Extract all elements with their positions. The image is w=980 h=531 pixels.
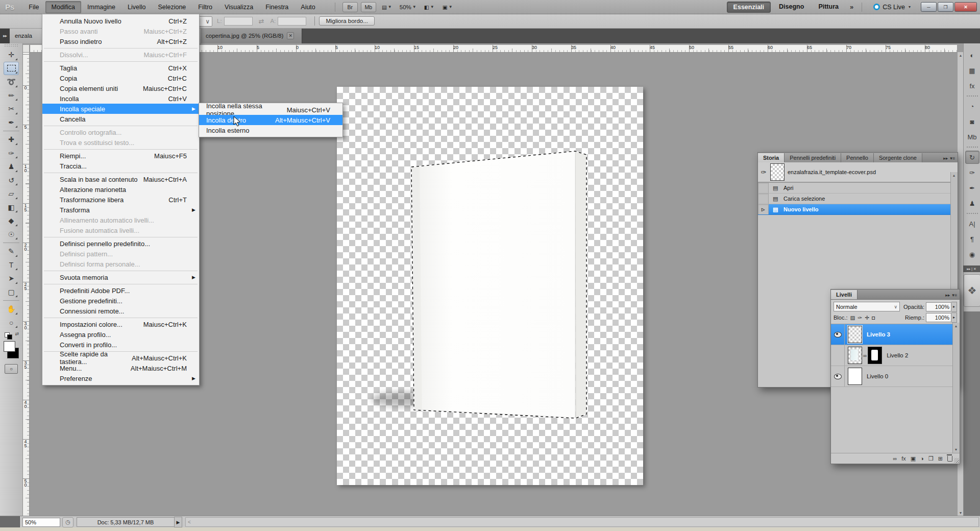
- crop-tool[interactable]: ✂: [4, 102, 19, 116]
- edit-menu-item[interactable]: Impostazioni colore... Maiusc+Ctrl+K ▶: [42, 319, 199, 329]
- blur-tool[interactable]: ◆: [4, 214, 19, 228]
- menu-item[interactable]: Immagine: [81, 1, 121, 13]
- new-group-icon[interactable]: ❒: [928, 455, 934, 462]
- resize-grip[interactable]: [954, 458, 959, 463]
- lasso-tool[interactable]: ➰: [4, 75, 19, 89]
- history-brush-source-icon[interactable]: ✑: [758, 168, 769, 176]
- panel-menu-icon[interactable]: ▾≡: [952, 293, 957, 298]
- workspace-button[interactable]: Essenziali: [727, 2, 771, 13]
- pen-tool[interactable]: ✎: [4, 245, 19, 258]
- swatches-panel-icon[interactable]: ▦: [965, 64, 979, 77]
- lock-paint-icon[interactable]: ✑: [857, 315, 862, 321]
- refine-edge-button[interactable]: Migliora bordo...: [319, 16, 374, 26]
- edit-menu-item[interactable]: Allineamento automatico livelli... ▶: [42, 215, 199, 225]
- brush-tool[interactable]: ✑: [4, 147, 19, 160]
- adjustments-panel-icon[interactable]: ◔: [965, 100, 979, 113]
- submenu-item[interactable]: Incolla nella stessa posizione Maiusc+Ct…: [199, 105, 342, 115]
- status-clock-icon[interactable]: ◷: [62, 517, 74, 527]
- more-workspaces-icon[interactable]: »: [847, 3, 855, 11]
- panel-collapse-icon[interactable]: ▸▸: [945, 293, 950, 298]
- horizontal-scrollbar[interactable]: <: [185, 517, 979, 527]
- clone-source-icon[interactable]: ♟: [965, 197, 979, 210]
- submenu-item[interactable]: Incolla esterno: [199, 125, 342, 135]
- close-button[interactable]: ✕: [954, 2, 977, 12]
- layer-name[interactable]: Livello 2: [887, 352, 908, 358]
- layer-name[interactable]: Livello 0: [867, 373, 888, 379]
- panel-tab[interactable]: Livelli: [831, 290, 857, 299]
- edit-menu-item[interactable]: Copia elementi uniti Maiusc+Ctrl+C ▶: [42, 83, 199, 93]
- panel-tab[interactable]: Pennello: [841, 153, 874, 162]
- edit-menu-item[interactable]: Predefiniti Adobe PDF... ▶: [42, 285, 199, 296]
- blend-mode-dropdown[interactable]: Normale∨: [834, 302, 900, 311]
- edit-menu-item[interactable]: Assegna profilo... ▶: [42, 329, 199, 340]
- fill-field[interactable]: 100%: [926, 313, 951, 322]
- panel-tab[interactable]: Sorgente clone: [874, 153, 922, 162]
- zoom-tool[interactable]: ○: [4, 316, 19, 330]
- workspace-button[interactable]: Disegno: [773, 2, 810, 13]
- lock-position-icon[interactable]: ✛: [865, 315, 869, 321]
- history-snapshot-row[interactable]: ✑ enzalafrazia.it_template-ecover.psd: [758, 162, 958, 183]
- edit-menu-item[interactable]: Alterazione marionetta ▶: [42, 184, 199, 195]
- panel-collapse-icon[interactable]: ▸▸: [943, 156, 948, 161]
- layer-mask-thumbnail[interactable]: [868, 347, 882, 364]
- history-source-well[interactable]: ▷: [758, 194, 769, 204]
- move-tool[interactable]: ✛: [4, 48, 19, 62]
- edit-menu-item[interactable]: Incolla speciale ▶: [42, 104, 199, 114]
- new-layer-icon[interactable]: ⊞: [938, 455, 943, 462]
- masks-panel-icon[interactable]: ◙: [965, 115, 979, 128]
- paragraph-panel-icon[interactable]: ¶: [965, 232, 979, 246]
- edit-menu-item[interactable]: Definisci pattern... ▶: [42, 249, 199, 259]
- brush-presets-icon[interactable]: ✒: [965, 181, 979, 195]
- edit-menu-item[interactable]: Passo indietro Alt+Ctrl+Z ▶: [42, 36, 199, 46]
- eraser-tool[interactable]: ▱: [4, 187, 19, 201]
- layer-style-icon[interactable]: fx: [901, 455, 906, 462]
- view-extras-button[interactable]: ▤▼: [379, 2, 395, 12]
- menu-item[interactable]: Aiuto: [295, 1, 322, 13]
- panel-menu-icon[interactable]: ▾≡: [950, 156, 955, 161]
- edit-menu-item[interactable]: Trasformazione libera Ctrl+T ▶: [42, 195, 199, 205]
- swap-colors-icon[interactable]: ⇄: [15, 331, 19, 336]
- type-tool[interactable]: T: [4, 258, 19, 272]
- restore-button[interactable]: ❐: [938, 2, 953, 12]
- fill-spinner[interactable]: ▸: [951, 312, 957, 323]
- menu-item[interactable]: Selezione: [152, 1, 192, 13]
- visibility-toggle[interactable]: [831, 324, 845, 345]
- rectangular-marquee-tool[interactable]: [4, 62, 19, 76]
- layer-thumbnail[interactable]: [848, 368, 862, 385]
- edit-menu-item[interactable]: Controllo ortografia... ▶: [42, 127, 199, 137]
- history-step[interactable]: ▷ ▤ Nuovo livello: [758, 204, 958, 215]
- history-step[interactable]: ▷ ▤ Apri: [758, 183, 958, 194]
- layer-name[interactable]: Livello 3: [867, 331, 890, 337]
- menu-item[interactable]: Modifica: [45, 1, 82, 13]
- zoom-level-button[interactable]: 50%▼: [398, 2, 419, 12]
- dock-minibar[interactable]: ▸▸ | ✕: [963, 266, 980, 272]
- submenu-item[interactable]: Incolla dentro Alt+Maiusc+Ctrl+V: [199, 115, 342, 125]
- edit-menu-item[interactable]: Taglia Ctrl+X ▶: [42, 63, 199, 73]
- mask-link-icon[interactable]: ∞: [863, 353, 867, 358]
- brush-panel-icon[interactable]: ✑: [965, 166, 979, 179]
- menu-item[interactable]: Finestra: [259, 1, 295, 13]
- visibility-toggle[interactable]: [831, 345, 845, 366]
- tools-drag-handle[interactable]: [4, 44, 18, 47]
- Livello 2[interactable]: ∞ Livello 2: [831, 345, 960, 366]
- edit-menu-item[interactable]: Definisci forma personale... ▶: [42, 259, 199, 269]
- clone-stamp-tool[interactable]: ♟: [4, 160, 19, 174]
- cs-review-icon[interactable]: ◉: [965, 248, 979, 261]
- edit-menu-item[interactable]: Gestione predefiniti... ▶: [42, 296, 199, 306]
- menu-item[interactable]: Visualizza: [218, 1, 259, 13]
- edit-menu-item[interactable]: Trova e sostituisci testo... ▶: [42, 137, 199, 148]
- lock-transparency-icon[interactable]: ▨: [850, 315, 855, 321]
- vertical-ruler[interactable]: 505101520253035404550: [22, 52, 30, 516]
- panel-tab[interactable]: Pennelli predefiniti: [785, 153, 841, 162]
- document-canvas[interactable]: [337, 87, 643, 485]
- quick-selection-tool[interactable]: ✏: [4, 89, 19, 103]
- edit-menu-item[interactable]: Trasforma ▶: [42, 205, 199, 215]
- mini-bridge-button[interactable]: Mb: [361, 2, 376, 12]
- color-panel-icon[interactable]: ◐: [965, 49, 979, 62]
- swap-dimensions-icon[interactable]: ⇄: [259, 17, 264, 25]
- edit-menu-item[interactable]: Passo avanti Maiusc+Ctrl+Z ▶: [42, 26, 199, 36]
- mini-bridge-icon[interactable]: Mb: [965, 130, 979, 143]
- panel-tab[interactable]: Storia: [758, 153, 785, 162]
- adjustment-layer-icon[interactable]: ◑: [920, 455, 924, 462]
- menu-item[interactable]: Filtro: [192, 1, 218, 13]
